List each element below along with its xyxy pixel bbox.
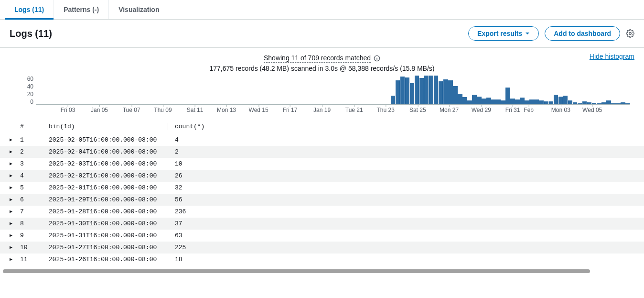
table-row[interactable]: ▶112025-01-26T16:00:00.000-08:0018 bbox=[0, 254, 644, 265]
col-count[interactable]: count(*) bbox=[168, 123, 634, 130]
table-row[interactable]: ▶52025-02-01T16:00:00.000-08:0032 bbox=[0, 182, 644, 194]
table-row[interactable]: ▶82025-01-30T16:00:00.000-08:0037 bbox=[0, 218, 644, 230]
histogram-bar[interactable] bbox=[520, 98, 525, 104]
histogram-bar[interactable] bbox=[554, 95, 558, 104]
histogram-bar[interactable] bbox=[472, 95, 477, 104]
expand-icon[interactable]: ▶ bbox=[10, 137, 20, 143]
expand-icon[interactable]: ▶ bbox=[10, 244, 20, 250]
histogram-bar[interactable] bbox=[578, 103, 582, 104]
hide-histogram-link[interactable]: Hide histogram bbox=[590, 53, 634, 60]
histogram-bar[interactable] bbox=[592, 103, 597, 104]
histogram-bar[interactable] bbox=[505, 88, 510, 104]
histogram-bar[interactable] bbox=[515, 99, 520, 104]
histogram-bar[interactable] bbox=[482, 99, 486, 104]
row-count: 63 bbox=[168, 232, 634, 239]
table-row[interactable]: ▶12025-02-05T16:00:00.000-08:004 bbox=[0, 134, 644, 146]
histogram-bar[interactable] bbox=[558, 97, 563, 104]
x-tick: Wed 15 bbox=[249, 107, 268, 113]
histogram-bar[interactable] bbox=[587, 102, 592, 104]
histogram-bar[interactable] bbox=[443, 79, 448, 104]
export-results-button[interactable]: Export results bbox=[468, 26, 539, 41]
histogram-bar[interactable] bbox=[534, 99, 539, 104]
x-tick: Feb bbox=[524, 107, 534, 113]
row-index: 11 bbox=[20, 256, 49, 263]
x-axis: Fri 03Jan 05Tue 07Thu 09Sat 11Mon 13Wed … bbox=[36, 107, 630, 117]
table-row[interactable]: ▶22025-02-04T16:00:00.000-08:002 bbox=[0, 146, 644, 158]
histogram-bar[interactable] bbox=[458, 94, 462, 104]
row-bin: 2025-01-29T16:00:00.000-08:00 bbox=[49, 196, 168, 203]
histogram-bar[interactable] bbox=[529, 99, 534, 104]
histogram-bar[interactable] bbox=[462, 97, 467, 104]
row-bin: 2025-01-28T16:00:00.000-08:00 bbox=[49, 208, 168, 215]
gear-icon[interactable] bbox=[626, 29, 634, 38]
histogram-bar[interactable] bbox=[573, 102, 578, 104]
histogram-bar[interactable] bbox=[415, 76, 419, 104]
info-icon[interactable] bbox=[374, 55, 380, 62]
col-bin[interactable]: bin(1d) bbox=[49, 123, 168, 130]
histogram-bar[interactable] bbox=[544, 101, 549, 104]
expand-icon[interactable]: ▶ bbox=[10, 209, 20, 214]
table-row[interactable]: ▶92025-01-31T16:00:00.000-08:0063 bbox=[0, 230, 644, 242]
col-idx[interactable]: # bbox=[20, 123, 49, 130]
histogram-bar[interactable] bbox=[429, 76, 434, 104]
expand-icon[interactable]: ▶ bbox=[10, 232, 20, 238]
scroll-thumb[interactable] bbox=[3, 269, 590, 273]
expand-icon[interactable]: ▶ bbox=[10, 173, 20, 178]
table-row[interactable]: ▶32025-02-03T16:00:00.000-08:0010 bbox=[0, 158, 644, 170]
histogram-bar[interactable] bbox=[510, 99, 515, 104]
row-count: 32 bbox=[168, 184, 634, 191]
tab-visualization[interactable]: Visualization bbox=[109, 0, 169, 19]
histogram-bar[interactable] bbox=[563, 96, 568, 104]
y-axis: 6040200 bbox=[10, 76, 33, 105]
histogram-bar[interactable] bbox=[424, 76, 429, 104]
histogram-bar[interactable] bbox=[539, 100, 544, 104]
histogram-bar[interactable] bbox=[453, 86, 458, 104]
tab-logs[interactable]: Logs (11) bbox=[5, 0, 54, 19]
histogram-bar[interactable] bbox=[491, 99, 496, 104]
row-index: 9 bbox=[20, 232, 49, 239]
histogram-bar[interactable] bbox=[601, 102, 606, 104]
histogram-bar[interactable] bbox=[606, 100, 611, 104]
histogram-bar[interactable] bbox=[568, 100, 573, 104]
histogram-bar[interactable] bbox=[477, 97, 482, 104]
histogram-bar[interactable] bbox=[486, 98, 491, 104]
histogram-bar[interactable] bbox=[400, 77, 405, 104]
horizontal-scrollbar[interactable] bbox=[3, 269, 641, 274]
histogram-bar[interactable] bbox=[434, 76, 439, 104]
histogram-bar[interactable] bbox=[597, 103, 601, 104]
histogram-bar[interactable] bbox=[410, 83, 415, 104]
table-row[interactable]: ▶42025-02-02T16:00:00.000-08:0026 bbox=[0, 170, 644, 182]
tab-patterns[interactable]: Patterns (-) bbox=[54, 0, 109, 19]
histogram-bar[interactable] bbox=[439, 81, 443, 104]
histogram-bar[interactable] bbox=[611, 103, 616, 104]
histogram-bar[interactable] bbox=[549, 101, 554, 104]
histogram-bar[interactable] bbox=[396, 80, 400, 104]
histogram-bar[interactable] bbox=[582, 101, 587, 104]
histogram-bar[interactable] bbox=[525, 100, 529, 104]
expand-icon[interactable]: ▶ bbox=[10, 197, 20, 202]
expand-icon[interactable]: ▶ bbox=[10, 256, 20, 262]
histogram-bar[interactable] bbox=[467, 100, 472, 104]
histogram-bar[interactable] bbox=[501, 100, 505, 104]
x-tick: Thu 09 bbox=[154, 107, 172, 113]
expand-icon[interactable]: ▶ bbox=[10, 185, 20, 190]
table-row[interactable]: ▶102025-01-27T16:00:00.000-08:00225 bbox=[0, 242, 644, 254]
expand-icon[interactable]: ▶ bbox=[10, 221, 20, 226]
histogram-bar[interactable] bbox=[448, 80, 453, 104]
histogram-bar[interactable] bbox=[419, 78, 424, 104]
histogram-bar[interactable] bbox=[616, 103, 621, 104]
histogram-bar[interactable] bbox=[496, 99, 501, 104]
header: Logs (11) Export results Add to dashboar… bbox=[0, 20, 644, 48]
add-to-dashboard-button[interactable]: Add to dashboard bbox=[545, 26, 620, 41]
x-tick: Mon 03 bbox=[551, 107, 570, 113]
histogram-bar[interactable] bbox=[621, 102, 625, 104]
histogram-bar[interactable] bbox=[391, 96, 396, 104]
expand-icon[interactable]: ▶ bbox=[10, 161, 20, 166]
histogram-bar[interactable] bbox=[405, 77, 410, 104]
expand-icon[interactable]: ▶ bbox=[10, 149, 20, 155]
page-title: Logs (11) bbox=[10, 28, 52, 39]
table-row[interactable]: ▶72025-01-28T16:00:00.000-08:00236 bbox=[0, 206, 644, 218]
row-bin: 2025-02-04T16:00:00.000-08:00 bbox=[49, 148, 168, 155]
table-row[interactable]: ▶62025-01-29T16:00:00.000-08:0056 bbox=[0, 194, 644, 206]
histogram-bar[interactable] bbox=[625, 103, 630, 104]
